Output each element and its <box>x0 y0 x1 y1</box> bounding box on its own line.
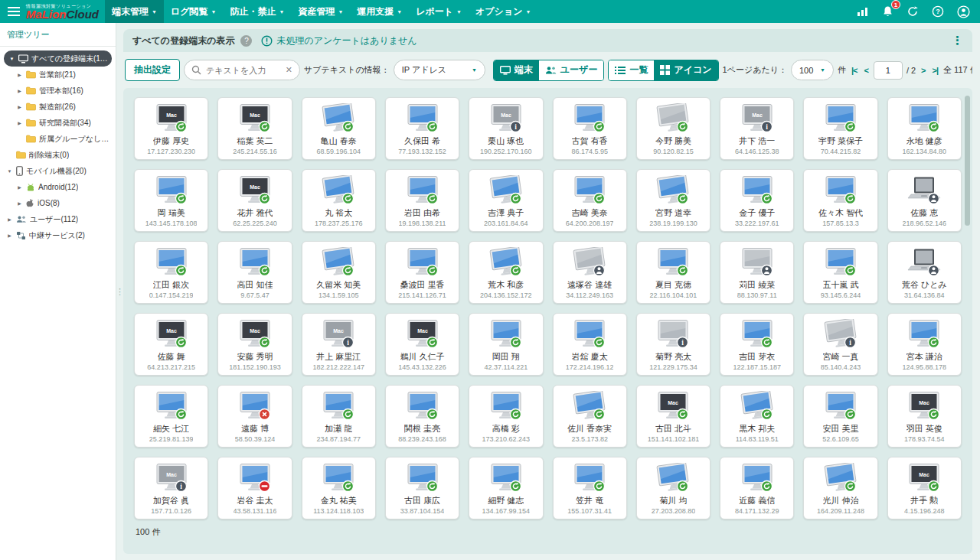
usage-stats-button[interactable] <box>853 2 871 21</box>
page-help-icon[interactable]: ? <box>240 35 252 47</box>
device-card[interactable]: 笠井 竜 155.107.31.41 <box>553 457 627 519</box>
device-card[interactable]: Mac 鵜川 久仁子 145.43.132.226 <box>385 313 459 376</box>
device-card[interactable]: 吉崎 美奈 64.200.208.197 <box>553 169 627 232</box>
first-page-button[interactable]: |< <box>850 66 859 75</box>
device-card[interactable]: 佐川 香奈実 23.5.173.82 <box>553 385 627 448</box>
toggle-users[interactable]: ユーザー <box>539 60 604 80</box>
per-page-select[interactable]: 100 ▼ <box>791 60 834 80</box>
device-card[interactable]: 高田 知佳 9.67.5.47 <box>217 241 292 304</box>
device-card[interactable]: 遠塚谷 達雄 34.112.249.163 <box>553 241 627 304</box>
expand-arrow-icon[interactable]: ▶ <box>16 88 23 93</box>
nav-menu-1[interactable]: ログ閲覧▼ <box>164 0 224 23</box>
device-card[interactable]: 岡田 翔 42.37.114.221 <box>469 313 543 376</box>
device-card[interactable]: Mac 佐藤 舞 64.213.217.215 <box>134 313 208 376</box>
tree-item[interactable]: ▶ユーザー(112) <box>2 211 114 227</box>
scrollbar-thumb[interactable] <box>965 96 970 226</box>
device-card[interactable]: 佐々木 智代 157.85.13.3 <box>803 169 877 232</box>
nav-menu-2[interactable]: 防止・禁止▼ <box>223 0 291 23</box>
device-card[interactable]: Mac 井手 勲 4.15.196.248 <box>887 457 962 519</box>
device-card[interactable]: 丸 裕太 178.237.25.176 <box>302 169 376 232</box>
device-card[interactable]: 岩谷 圭太 43.58.131.116 <box>217 457 292 519</box>
device-card[interactable]: 細野 健志 134.167.99.154 <box>469 457 543 519</box>
tree-item[interactable]: ▶管理本部(16) <box>2 83 114 99</box>
device-card[interactable]: 関根 圭亮 88.239.243.168 <box>385 385 459 448</box>
expand-arrow-icon[interactable]: ▶ <box>16 200 23 206</box>
notifications-button[interactable]: 1 <box>878 2 897 21</box>
device-card[interactable]: Maci 加賀谷 眞 157.71.0.126 <box>134 457 208 519</box>
tree-item[interactable]: ▶製造部(26) <box>2 99 114 115</box>
tree-item[interactable]: ▶iOS(8) <box>2 195 114 211</box>
clear-search-icon[interactable]: ✕ <box>286 65 292 75</box>
device-card[interactable]: i 菊野 亮太 121.229.175.34 <box>636 313 710 376</box>
next-page-button[interactable]: > <box>920 66 926 75</box>
subtext-select[interactable]: IP アドレス ▼ <box>394 60 485 80</box>
kebab-menu-icon[interactable]: ⋮ <box>952 34 963 47</box>
grid-scrollbar[interactable] <box>965 96 970 546</box>
device-card[interactable]: i 宮崎 一真 85.140.4.243 <box>803 313 877 376</box>
device-card[interactable]: Maci 井上 麻里江 182.212.222.147 <box>302 313 376 376</box>
device-card[interactable]: 金子 優子 33.222.197.61 <box>720 169 794 232</box>
expand-arrow-icon[interactable]: ▶ <box>16 104 23 109</box>
device-card[interactable]: 古賀 有香 86.174.5.95 <box>553 97 627 160</box>
nav-menu-0[interactable]: 端末管理▼ <box>105 0 164 23</box>
device-card[interactable]: 五十嵐 武 93.145.6.244 <box>803 241 877 304</box>
device-card[interactable]: 古田 康広 33.87.104.154 <box>385 457 459 519</box>
expand-arrow-icon[interactable]: ▶ <box>16 72 23 77</box>
device-card[interactable]: 吉澤 典子 203.161.84.64 <box>469 169 543 232</box>
device-card[interactable]: 宇野 菜保子 70.44.215.82 <box>803 97 877 160</box>
device-card[interactable]: 永地 健彦 162.134.84.80 <box>887 97 962 160</box>
nav-menu-5[interactable]: レポート▼ <box>409 0 469 23</box>
device-card[interactable]: 久保田 希 77.193.132.152 <box>385 97 459 160</box>
device-card[interactable]: 荒谷 ひとみ 31.64.136.84 <box>887 241 962 304</box>
collapse-arrow-icon[interactable]: ▼ <box>8 57 15 61</box>
device-card[interactable]: 岡 瑞美 143.145.178.108 <box>134 169 208 232</box>
device-card[interactable]: 細矢 七江 25.219.81.139 <box>134 385 208 448</box>
page-number-input[interactable] <box>874 61 903 80</box>
device-card[interactable]: 安田 美里 52.6.109.65 <box>803 385 877 448</box>
expand-arrow-icon[interactable]: ▶ <box>16 184 23 190</box>
device-card[interactable]: 佐藤 恵 218.96.52.146 <box>887 169 962 232</box>
toggle-list-view[interactable]: 一覧 <box>609 60 654 80</box>
device-card[interactable]: 金丸 祐美 113.124.118.103 <box>302 457 376 519</box>
help-button[interactable]: ? <box>929 2 947 21</box>
tree-item[interactable]: ▼すべての登録端末(117) <box>4 50 112 67</box>
device-card[interactable]: 岩舘 慶太 172.214.196.12 <box>553 313 627 376</box>
expand-arrow-icon[interactable]: ▶ <box>6 217 13 222</box>
device-card[interactable]: Mac 花井 雅代 62.25.225.240 <box>217 169 292 232</box>
device-card[interactable]: 宮本 謙治 124.95.88.178 <box>887 313 962 376</box>
device-card[interactable]: 亀山 春奈 68.59.196.104 <box>302 97 376 160</box>
search-box[interactable]: ✕ <box>184 60 300 80</box>
device-card[interactable]: 菊川 均 27.203.208.80 <box>636 457 710 519</box>
device-card[interactable]: 高橋 彩 173.210.62.243 <box>469 385 543 448</box>
tree-item[interactable]: ▼モバイル機器(20) <box>2 163 114 179</box>
collapse-arrow-icon[interactable]: ▼ <box>6 169 13 174</box>
nav-menu-3[interactable]: 資産管理▼ <box>291 0 350 23</box>
toggle-icon-view[interactable]: アイコン <box>654 60 717 80</box>
nav-menu-6[interactable]: オプション▼ <box>469 0 537 23</box>
sidebar-resize-handle[interactable]: ⋮ <box>116 23 123 560</box>
device-card[interactable]: 久留米 知美 134.1.59.105 <box>302 241 376 304</box>
device-card[interactable]: 黒木 邦夫 114.83.119.51 <box>720 385 794 448</box>
device-card[interactable]: 苅田 綾菜 88.130.97.11 <box>720 241 794 304</box>
refresh-button[interactable] <box>903 2 922 21</box>
tree-item[interactable]: ▶営業部(21) <box>2 67 114 83</box>
device-card[interactable]: Maci 井下 浩一 64.146.125.38 <box>720 97 794 160</box>
tree-item[interactable]: ▶Android(12) <box>2 179 114 195</box>
questionnaire-notice[interactable]: 未処理のアンケートはありません <box>261 34 416 47</box>
expand-arrow-icon[interactable]: ▶ <box>16 120 23 125</box>
toggle-devices[interactable]: 端末 <box>494 60 539 80</box>
device-card[interactable]: 桑波田 里香 215.141.126.71 <box>385 241 459 304</box>
device-card[interactable]: 近藤 義信 84.171.132.29 <box>720 457 794 519</box>
account-button[interactable] <box>954 2 972 21</box>
tree-item[interactable]: ▶研究開発部(34) <box>2 115 114 131</box>
search-input[interactable] <box>206 66 281 75</box>
device-card[interactable]: 加瀬 龍 234.87.194.77 <box>302 385 376 448</box>
tree-item[interactable]: ▶中継サービス(2) <box>2 227 114 243</box>
device-card[interactable]: Mac 稲葉 英二 245.214.55.16 <box>217 97 292 160</box>
device-card[interactable]: Maci 栗山 琢也 190.252.170.160 <box>469 97 543 160</box>
device-card[interactable]: Mac 羽田 英俊 178.93.74.54 <box>887 385 962 448</box>
hamburger-menu-button[interactable] <box>5 2 23 21</box>
device-card[interactable]: 遠藤 博 58.50.39.124 <box>217 385 292 448</box>
device-card[interactable]: 岩田 由希 19.198.138.211 <box>385 169 459 232</box>
tree-item[interactable]: 削除端末(0) <box>2 147 114 163</box>
